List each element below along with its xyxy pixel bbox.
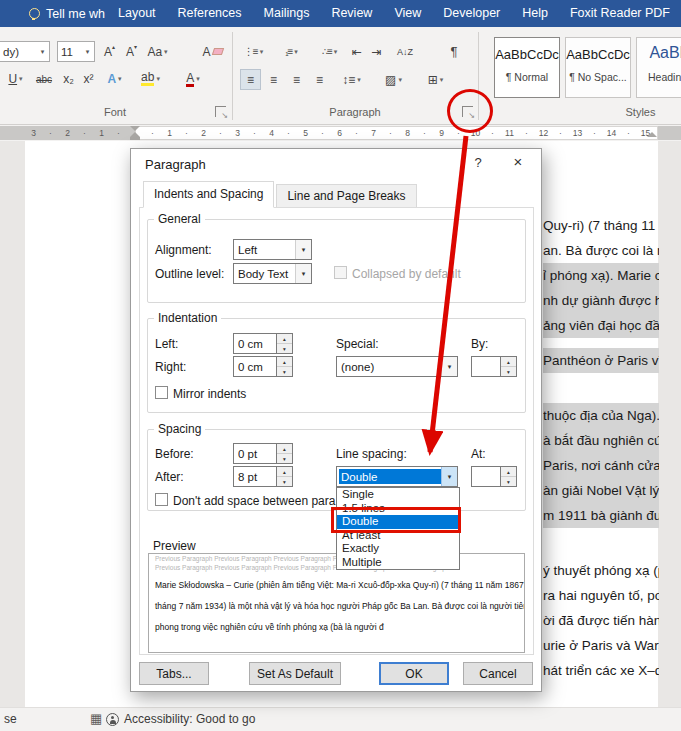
left-indent-marker[interactable]	[130, 137, 140, 140]
spacing-before-value[interactable]: 0 pt	[233, 443, 276, 464]
show-hide-pilcrow-button[interactable]: ¶	[444, 41, 464, 62]
spacing-before-spinner[interactable]: 0 pt ▴▾	[233, 443, 293, 464]
spinner-arrows[interactable]: ▴▾	[500, 356, 517, 377]
mirror-indents-checkbox[interactable]	[155, 386, 168, 399]
spin-down-icon[interactable]: ▾	[501, 367, 516, 376]
spin-down-icon[interactable]: ▾	[277, 477, 292, 486]
by-spinner[interactable]: ▴▾	[471, 356, 517, 377]
numbering-button[interactable]: ₁≡▾	[278, 41, 305, 62]
spinner-arrows[interactable]: ▴▾	[276, 466, 293, 487]
line-spacing-button[interactable]: ↕≡▾	[336, 69, 367, 90]
indent-left-spinner[interactable]: 0 cm ▴▾	[233, 333, 293, 354]
chevron-down-icon[interactable]: ▾	[81, 48, 94, 56]
chevron-down-icon[interactable]: ▾	[295, 264, 311, 283]
chevron-down-icon[interactable]: ▾	[441, 357, 457, 376]
dropdown-option[interactable]: Exactly	[337, 542, 459, 556]
at-value[interactable]	[471, 466, 500, 487]
chevron-down-icon[interactable]: ▾	[295, 240, 311, 259]
font-dialog-launcher[interactable]: ↘	[215, 106, 226, 117]
dialog-close-button[interactable]: ×	[503, 153, 533, 175]
dropdown-option[interactable]: Multiple	[337, 556, 459, 570]
dropdown-option[interactable]: Single	[337, 488, 459, 502]
spin-down-icon[interactable]: ▾	[277, 454, 292, 463]
underline-button[interactable]: U▾	[3, 68, 28, 90]
dialog-tab[interactable]: Line and Page Breaks	[276, 184, 416, 208]
spinner-arrows[interactable]: ▴▾	[276, 333, 293, 354]
at-spinner[interactable]: ▴▾	[471, 466, 517, 487]
spin-up-icon[interactable]: ▴	[501, 357, 516, 367]
subscript-button[interactable]: x₂	[59, 68, 78, 90]
increase-indent-button[interactable]: ⇥	[367, 41, 386, 62]
spin-up-icon[interactable]: ▴	[277, 467, 292, 477]
text-effects-button[interactable]: A▾	[101, 68, 128, 90]
special-combo[interactable]: (none) ▾	[336, 356, 458, 377]
indent-left-value[interactable]: 0 cm	[233, 333, 276, 354]
spin-up-icon[interactable]: ▴	[277, 357, 292, 367]
ribbon-tab[interactable]: View	[383, 0, 432, 27]
first-line-indent-marker[interactable]	[130, 126, 140, 131]
font-name-combo[interactable]: dy) ▾	[0, 41, 50, 62]
ribbon-tab[interactable]: Review	[320, 0, 383, 27]
ribbon-tab[interactable]: Help	[511, 0, 559, 27]
indent-right-spinner[interactable]: 0 cm ▴▾	[233, 356, 293, 377]
spin-down-icon[interactable]: ▾	[277, 367, 292, 376]
shading-button[interactable]: ▨▾	[378, 69, 409, 90]
indent-right-value[interactable]: 0 cm	[233, 356, 276, 377]
chevron-down-icon: ▾	[19, 75, 23, 83]
justify-button[interactable]: ≡	[309, 69, 330, 90]
spinner-arrows[interactable]: ▴▾	[500, 466, 517, 487]
change-case-button[interactable]: Aa▾	[144, 41, 171, 62]
align-right-button[interactable]: ≡	[286, 69, 307, 90]
spin-up-icon[interactable]: ▴	[277, 334, 292, 344]
spinner-arrows[interactable]: ▴▾	[276, 443, 293, 464]
dialog-tab[interactable]: Indents and Spacing	[143, 181, 274, 208]
ribbon-tab[interactable]: References	[167, 0, 253, 27]
spin-down-icon[interactable]: ▾	[501, 477, 516, 486]
strikethrough-button[interactable]: abc	[32, 68, 56, 90]
superscript-button[interactable]: x²	[79, 68, 98, 90]
decrease-indent-button[interactable]: ⇤	[347, 41, 366, 62]
spin-up-icon[interactable]: ▴	[501, 467, 516, 477]
ribbon-tab[interactable]: Mailings	[253, 0, 321, 27]
line-spacing-combo[interactable]: Double ▾	[336, 466, 458, 487]
alignment-combo[interactable]: Left ▾	[233, 239, 312, 260]
grow-font-button[interactable]: A▴	[99, 41, 120, 62]
cancel-button[interactable]: Cancel	[463, 662, 533, 685]
bullets-button[interactable]: ⋮≡▾	[240, 41, 267, 62]
style-card[interactable]: AaBbCcDc ¶ No Spac...	[565, 37, 631, 98]
highlight-color-button[interactable]: ab▾	[135, 68, 166, 90]
keyboard-grid-icon[interactable]: ▦	[90, 711, 102, 726]
spin-down-icon[interactable]: ▾	[277, 344, 292, 353]
spacing-after-spinner[interactable]: 8 pt ▴▾	[233, 466, 293, 487]
ok-button[interactable]: OK	[379, 662, 449, 685]
align-left-button[interactable]: ≡	[240, 69, 261, 90]
outline-level-combo[interactable]: Body Text ▾	[233, 263, 312, 284]
dialog-help-button[interactable]: ?	[467, 155, 489, 175]
ribbon-tab[interactable]: Developer	[432, 0, 511, 27]
spin-up-icon[interactable]: ▴	[277, 444, 292, 454]
tell-me-box[interactable]: Tell me wh	[29, 7, 107, 21]
shrink-font-button[interactable]: A▾	[121, 41, 142, 62]
ribbon-tab[interactable]: Foxit Reader PDF	[559, 0, 681, 27]
spinner-arrows[interactable]: ▴▾	[276, 356, 293, 377]
style-card[interactable]: AaBb Headin...	[636, 37, 681, 98]
chevron-down-icon[interactable]: ▾	[36, 48, 49, 56]
spacing-after-value[interactable]: 8 pt	[233, 466, 276, 487]
accessibility-status[interactable]: Accessibility: Good to go	[124, 712, 255, 726]
sort-button[interactable]: A↓Z	[391, 41, 419, 62]
set-as-default-button[interactable]: Set As Default	[249, 662, 341, 685]
font-color-button[interactable]: A▾	[178, 68, 208, 90]
ribbon-tab[interactable]: Layout	[107, 0, 167, 27]
align-center-button[interactable]: ≡	[263, 69, 284, 90]
clear-formatting-button[interactable]: A	[199, 41, 226, 62]
tabs-button[interactable]: Tabs...	[139, 662, 209, 685]
borders-button[interactable]: ⊞▾	[419, 69, 452, 90]
style-card[interactable]: AaBbCcDc ¶ Normal	[494, 37, 560, 98]
chevron-down-icon[interactable]: ▾	[441, 467, 457, 486]
multilevel-list-button[interactable]: ∴≡▾	[316, 41, 343, 62]
right-indent-marker[interactable]	[647, 132, 657, 137]
by-value[interactable]	[471, 356, 500, 377]
dont-add-space-checkbox[interactable]	[155, 493, 168, 506]
collapsed-by-default-checkbox[interactable]	[334, 266, 347, 279]
font-size-combo[interactable]: 11 ▾	[57, 41, 95, 62]
